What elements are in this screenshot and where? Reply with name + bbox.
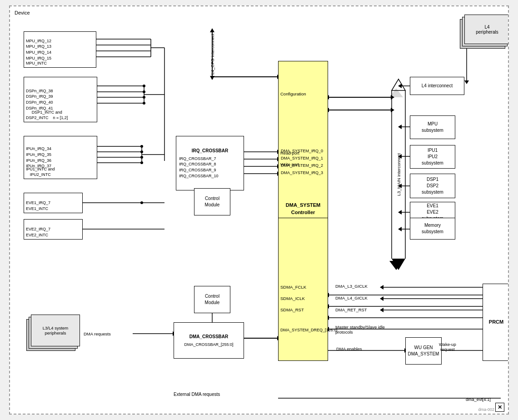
l4-interconnect-box: L4 interconnect — [410, 77, 464, 95]
dma-evt-label: dma_evt[4:1] — [466, 397, 491, 402]
eve1-intc-label: EVE1_INTC — [26, 206, 48, 212]
mpu-irq-14: MPU_IRQ_14 — [26, 50, 94, 55]
diagram-container: Device — [9, 5, 509, 415]
dsp-intc-box: DSPn_IRQ_38 DSPn_IRQ_39 DSPn_IRQ_40 DSPn… — [24, 77, 97, 122]
x-mark: ✕ — [498, 404, 502, 410]
wakeup-label: Wake-uprequest — [439, 342, 456, 352]
irq-crossbar-10: IRQ_CROSSBAR_10 — [179, 173, 241, 179]
eve1-irq-7: EVE1_IRQ_7 — [26, 200, 80, 206]
external-dma-label: External DMA requests — [174, 392, 220, 397]
irq-crossbar-7: IRQ_CROSSBAR_7 — [179, 156, 241, 162]
svg-marker-90 — [380, 308, 384, 312]
ipu-intc-label: IPU1_INTC andIPU2_INTC — [26, 166, 55, 178]
mpu-subsystem-box: MPUsubsystem — [410, 115, 455, 139]
l3-main-bar: L3_MAIN interconnect — [392, 90, 405, 259]
l4-peripherals-box: L4peripherals — [464, 15, 509, 44]
svg-point-13 — [143, 90, 145, 93]
svg-point-25 — [140, 161, 143, 164]
dma-irq-0: DMA_SYSTEM_IRQ_0 — [281, 149, 323, 153]
svg-marker-82 — [380, 285, 384, 290]
ipu-intc-box: IPUn_IRQ_34 IPUn_IRQ_35 IPUn_IRQ_36 IPUn… — [24, 136, 97, 179]
memory-subsystem-label: Memorysubsystem — [422, 222, 443, 235]
eve2-irq-7: EVE2_IRQ_7 — [26, 226, 80, 232]
control-module-bottom-box: ControlModule — [194, 286, 230, 313]
l3l4-peripherals-label: L3/L4 systemperipherals — [43, 325, 69, 335]
dsp-subsystem-label: DSP1DSP2subsystem — [422, 176, 443, 195]
svg-marker-98 — [392, 79, 405, 90]
dsp-subsystem-box: DSP1DSP2subsystem — [410, 174, 455, 198]
eve1-intc-box: EVE1_IRQ_7 EVE1_INTC — [24, 193, 83, 213]
dma-irq-2: DMA_SYSTEM_IRQ_2 — [281, 163, 323, 168]
mpu-irq-12: MPU_IRQ_12 — [26, 38, 94, 44]
control-module-bottom-label: ControlModule — [205, 293, 220, 306]
dma-system-title: DMA_SYSTEMController — [279, 202, 328, 218]
mpu-intc-box: MPU_IRQ_12 MPU_IRQ_13 MPU_IRQ_14 MPU_IRQ… — [24, 31, 96, 68]
svg-point-28 — [140, 201, 143, 204]
prcm-label: PRCM — [489, 319, 503, 325]
irq-crossbar-box: IRQ_CROSSBAR IRQ_CROSSBAR_7 IRQ_CROSSBAR… — [176, 136, 244, 190]
dma-requests-label: DMA requests — [84, 331, 111, 336]
ipu-subsystem-box: IPU1IPU2subsystem — [410, 145, 455, 169]
wugen-box: WU GENDMA_SYSTEM — [405, 337, 442, 365]
dma-crossbar-box: DMA_CROSSBAR DMA_CROSSBAR_[255:0] — [174, 322, 244, 359]
ipun-irq-36: IPUn_IRQ_36 — [26, 158, 95, 164]
l4-cfg-label: L4_CFG interconnect — [210, 34, 215, 75]
l4-peripherals-label: L4peripherals — [476, 25, 498, 35]
mpu-irq-15: MPU_IRQ_15 — [26, 55, 94, 61]
svg-point-14 — [143, 96, 145, 99]
svg-marker-45 — [389, 261, 403, 270]
irq-crossbar-8: IRQ_CROSSBAR_8 — [179, 161, 241, 167]
ipun-irq-34: IPUn_IRQ_34 — [26, 146, 95, 152]
prcm-box: PRCM — [483, 284, 509, 361]
dspn-irq-38: DSPn_IRQ_38 — [26, 88, 95, 94]
dma-system-box: DMA_SYSTEMController Configuration Read … — [278, 61, 328, 361]
dma-sdma-fclk: SDMA_FCLK — [280, 284, 306, 290]
svg-point-22 — [140, 145, 143, 148]
dma-ret-rst-label: DMA_RET_RST — [335, 307, 367, 312]
memory-subsystem-box: Memorysubsystem — [410, 218, 455, 240]
l3l4-peripherals-box: L3/L4 systemperipherals — [31, 315, 80, 346]
svg-point-24 — [140, 156, 143, 159]
dma-crossbar-port: DMA_CROSSBAR_[255:0] — [184, 342, 233, 348]
ipun-irq-35: IPUn_IRQ_35 — [26, 152, 95, 158]
device-label: Device — [15, 10, 30, 15]
dma-config-label: Configuration — [280, 91, 306, 97]
dma-dreq: DMA_SYSTEM_DREQ_[126:0] — [280, 327, 338, 333]
l4-cfg-label-area: L4_CFG interconnect — [201, 29, 224, 79]
irq-crossbar-9: IRQ_CROSSBAR_9 — [179, 167, 241, 173]
dma-sdma-iclk: SDMA_ICLK — [280, 295, 305, 301]
dspn-irq-40: DSPn_IRQ_40 — [26, 100, 95, 105]
dma-enables-label: DMA enables — [336, 346, 362, 351]
mpu-irq-13: MPU_IRQ_13 — [26, 44, 94, 50]
svg-marker-99 — [392, 259, 405, 270]
dma-irq-1: DMA_SYSTEM_IRQ_1 — [281, 156, 323, 160]
dspn-irq-39: DSPn_IRQ_39 — [26, 94, 95, 100]
svg-point-23 — [140, 150, 143, 153]
eve2-intc-label: EVE2_INTC — [26, 232, 48, 238]
svg-point-12 — [143, 85, 145, 87]
dma-l3-giclk-label: DMA_L3_GICLK — [335, 284, 368, 289]
dma-l4-giclk-label: DMA_L4_GICLK — [335, 295, 368, 300]
dma-ref: dma-002 — [478, 407, 494, 412]
control-module-top-label: ControlModule — [205, 195, 220, 208]
corner-x-box: ✕ — [495, 403, 504, 412]
svg-marker-54 — [398, 84, 402, 88]
dma-crossbar-title: DMA_CROSSBAR — [189, 334, 229, 340]
svg-point-15 — [143, 102, 145, 105]
svg-marker-56 — [464, 80, 469, 84]
irq-crossbar-title: IRQ_CROSSBAR — [192, 148, 229, 154]
control-module-top-box: ControlModule — [194, 188, 230, 215]
mpu-intc-label: MPU_INTC — [26, 60, 47, 66]
svg-marker-86 — [380, 296, 384, 301]
dsp-intc-label: DSP1_INTC andDSP2_INTC n = [1,2] — [26, 110, 68, 121]
dma-sdma-rst: SDMA_RST — [280, 307, 304, 313]
l4-interconnect-label: L4 interconnect — [422, 83, 453, 89]
l3-main-label: L3_MAIN interconnect — [396, 153, 401, 196]
mpu-subsystem-label: MPUsubsystem — [422, 121, 443, 134]
dma-irq-3: DMA_SYSTEM_IRQ_3 — [281, 170, 323, 175]
wugen-label: WU GENDMA_SYSTEM — [408, 345, 439, 357]
master-standby-label: Master standby/Slave idleprotocols — [335, 325, 385, 335]
eve2-intc-box: EVE2_IRQ_7 EVE2_INTC — [24, 219, 83, 240]
ipu-subsystem-label: IPU1IPU2subsystem — [422, 147, 443, 166]
